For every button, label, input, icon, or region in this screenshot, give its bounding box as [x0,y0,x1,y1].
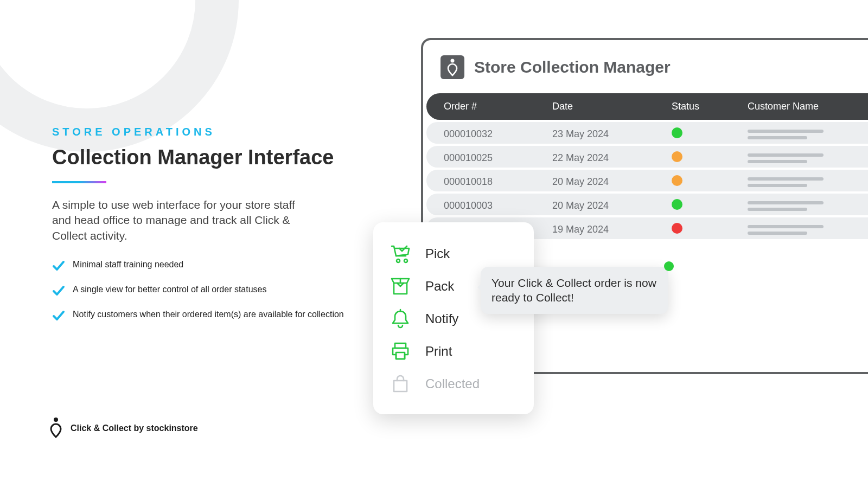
list-item: A single view for better control of all … [52,284,356,300]
orders-table: Order # Date Status Customer Name 000010… [423,93,868,239]
table-row[interactable]: 000010003 20 May 2024 [426,194,868,215]
col-status[interactable]: Status [667,101,743,112]
svg-rect-5 [396,352,405,359]
cell-order: 000010032 [439,129,548,140]
action-collected[interactable]: Collected [390,368,518,400]
page-title: Collection Manager Interface [52,146,356,169]
cell-date: 20 May 2024 [548,200,667,211]
cell-status [667,127,743,141]
action-print[interactable]: Print [390,335,518,368]
marketing-copy: STORE OPERATIONS Collection Manager Inte… [52,126,356,333]
cell-date: 22 May 2024 [548,152,667,164]
col-customer[interactable]: Customer Name [743,101,868,112]
checkmark-icon [52,310,65,325]
printer-icon [390,341,411,362]
cell-customer [743,153,868,163]
action-label: Print [425,344,452,359]
cell-date: 20 May 2024 [548,176,667,188]
list-item: Notify customers when their ordered item… [52,309,356,325]
bullet-text: Notify customers when their ordered item… [73,309,344,320]
cell-customer [743,177,868,187]
status-dot-icon [672,175,682,186]
svg-point-0 [54,418,58,422]
eyebrow: STORE OPERATIONS [52,126,356,138]
cell-order: 000010018 [439,176,548,188]
checkmark-icon [52,260,65,275]
svg-rect-4 [395,343,406,348]
notification-toast: Your Click & Collect order is now ready … [481,267,668,314]
footer-brand: Click & Collect by stockinstore [50,416,198,440]
table-row[interactable]: 000010032 23 May 2024 [426,122,868,144]
status-dot-icon [672,151,682,162]
cell-order: 000010025 [439,152,548,164]
col-order[interactable]: Order # [439,101,548,112]
body-copy: A simple to use web interface for your s… [52,197,302,243]
brand-label: Click & Collect by stockinstore [71,423,198,433]
svg-point-1 [451,59,455,63]
box-icon [390,275,411,297]
action-label: Notify [425,311,458,326]
bell-icon [390,308,411,330]
table-header: Order # Date Status Customer Name [426,93,868,120]
action-label: Pick [425,246,450,261]
bullet-list: Minimal staff training needed A single v… [52,259,356,325]
bullet-text: Minimal staff training needed [73,259,183,271]
notification-dot-icon [664,261,674,271]
app-header: Store Collection Manager [423,55,868,93]
svg-point-3 [404,259,407,262]
status-dot-icon [672,127,682,138]
svg-point-2 [397,259,400,262]
notification-text: Your Click & Collect order is now ready … [492,277,656,304]
cart-icon [390,243,411,265]
list-item: Minimal staff training needed [52,259,356,275]
cell-status [667,151,743,165]
app-logo-icon [441,55,464,79]
brand-pin-icon [50,416,62,440]
col-date[interactable]: Date [548,101,667,112]
status-dot-icon [672,199,682,210]
action-label: Pack [425,279,454,294]
cell-status [667,223,743,236]
accent-divider [52,181,106,183]
cell-status [667,175,743,189]
cell-order: 000010003 [439,200,548,211]
cell-date: 23 May 2024 [548,129,667,140]
table-row[interactable]: 000010025 22 May 2024 [426,146,868,168]
cell-customer [743,225,868,235]
cell-customer [743,130,868,139]
bullet-text: A single view for better control of all … [73,284,267,296]
app-title: Store Collection Manager [474,58,671,76]
table-row[interactable]: 000010018 20 May 2024 [426,170,868,191]
cell-customer [743,201,868,211]
action-pick[interactable]: Pick [390,237,518,270]
cell-date: 19 May 2024 [548,224,667,235]
bag-icon [390,373,411,395]
checkmark-icon [52,285,65,300]
cell-status [667,199,743,213]
status-dot-icon [672,223,682,234]
action-menu: Pick Pack Notify [373,222,534,414]
action-label: Collected [425,376,480,391]
